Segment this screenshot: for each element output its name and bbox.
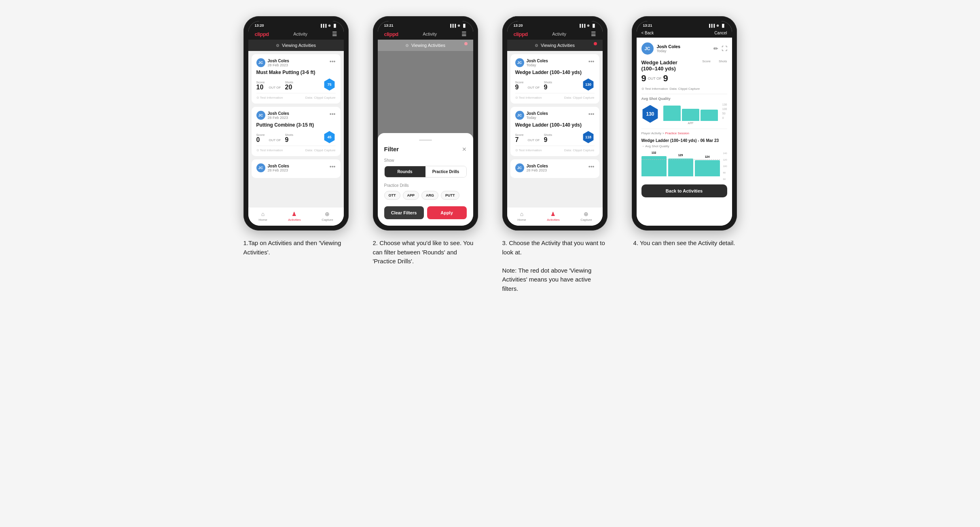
description-3: 3. Choose the Activity that you want to … [502,239,607,293]
modal-handle [419,140,432,141]
detail-user-name: Josh Coles [657,44,681,49]
nav-title-1: Activity [293,32,307,36]
stats-row-1-2: Score 0 OUT OF Shots 9 45 [256,131,336,143]
score-col-label: Score [702,59,711,63]
bar-label-2: 129 [678,154,683,157]
more-dots-3-1[interactable]: ••• [588,58,595,65]
phone-notch-3 [539,21,571,30]
drill-name-1-2: Putting Combine (3-15 ft) [256,122,336,128]
modal-close[interactable]: ✕ [462,146,467,152]
session-drill-title: Wedge Ladder (100–140 yds) - 06 Mar 23 [641,138,727,143]
user-date-3-1: Today [527,63,548,67]
score-group-3-1: Score 9 [515,80,524,91]
card-user-3-2: JC Josh Coles Today [515,111,548,120]
banner-text-3: Viewing Activities [541,43,575,48]
chip-arg[interactable]: ARG [421,191,438,200]
score-shots-labels: Score Shots [702,59,727,63]
user-name-3-3: Josh Coles [527,164,548,168]
quality-badge-3-1: 130 [582,78,595,91]
gear-icon-2: ⚙ [405,43,409,48]
footer-left-3-2: ⊙ Test Information [515,148,542,152]
quality-badge-1-1: 75 [324,78,336,91]
logo-3: clippd [514,31,528,37]
phone-notch-2 [409,21,442,30]
more-dots-3-3[interactable]: ••• [588,163,595,170]
viewing-banner-1[interactable]: ⚙ Viewing Activities [248,40,344,51]
card-user-1-3: JC Josh Coles 28 Feb 2023 [256,163,289,172]
gear-icon-1: ⚙ [276,43,279,48]
back-activities-btn[interactable]: Back to Activities [641,184,727,197]
more-dots-1-2[interactable]: ••• [330,111,336,117]
viewing-banner-3[interactable]: ⚙ Viewing Activities [507,40,603,51]
activities-label-1: Activities [288,218,301,222]
back-btn-nav[interactable]: < Back [641,31,654,35]
more-dots-1-1[interactable]: ••• [330,58,336,65]
user-date-1-3: 28 Feb 2023 [268,168,289,172]
activities-icon-1: ♟ [292,211,297,217]
detail-out-of: OUT OF [648,76,662,80]
rounds-btn[interactable]: Rounds [385,166,425,177]
chip-ott[interactable]: OTT [384,191,400,200]
phone-section-1: 13:20 ▐▐▐ ⊛ ▐▌ clippd Activity ☰ ⚙ Vie [237,16,355,257]
nav-home-3[interactable]: ⌂ Home [517,211,526,222]
nav-home-1[interactable]: ⌂ Home [258,211,267,222]
activity-card-3-3[interactable]: JC Josh Coles 28 Feb 2023 ••• [510,159,599,178]
nav-bar-1: clippd Activity ☰ [248,28,344,40]
apply-btn[interactable]: Apply [427,206,467,219]
card-footer-3-1: ⊙ Test Information Data: Clippd Capture [515,93,595,99]
activity-card-1-3[interactable]: JC Josh Coles 28 Feb 2023 ••• [252,159,341,178]
bar-3 [701,110,718,121]
activity-card-1-2[interactable]: JC Josh Coles 28 Feb 2023 ••• Putting Co… [252,107,341,156]
nav-activities-1[interactable]: ♟ Activities [288,211,301,222]
cancel-btn-nav[interactable]: Cancel [714,31,727,35]
bottom-nav-3: ⌂ Home ♟ Activities ⊕ Capture [507,207,603,226]
user-name-1-1: Josh Coles [268,59,289,63]
user-info-1-3: Josh Coles 28 Feb 2023 [268,164,289,172]
edit-icon[interactable]: ✏ [713,45,718,52]
avatar-3-1: JC [515,58,524,67]
quality-hex-large: 130 [641,105,659,123]
more-dots-3-2[interactable]: ••• [588,111,595,117]
detail-score-row: 9 OUT OF 9 [641,73,727,84]
expand-icon[interactable]: ⛶ [722,45,727,52]
stats-row-3-2: Score 7 OUT OF Shots 9 118 [515,131,595,143]
score-display: 9 OUT OF 9 [641,73,668,84]
shots-val-1-1: 20 [285,84,293,91]
battery-icon-1: ▐▌ [332,24,337,28]
user-info-3-2: Josh Coles Today [527,111,548,120]
menu-icon-3[interactable]: ☰ [591,31,596,37]
score-group-1-1: Score 10 [256,80,265,91]
filter-toggle: Rounds Practice Drills [384,166,467,178]
detail-user-info: Josh Coles Today [657,44,681,53]
nav-capture-3[interactable]: ⊕ Capture [580,211,592,222]
practice-drills-btn[interactable]: Practice Drills [425,166,466,177]
nav-activities-3[interactable]: ♟ Activities [547,211,560,222]
footer-right-3-2: Data: Clippd Capture [564,148,595,152]
clear-filters-btn[interactable]: Clear Filters [384,206,424,219]
chip-putt[interactable]: PUTT [441,191,459,200]
activity-card-3-2[interactable]: JC Josh Coles Today ••• Wedge Ladder (10… [510,107,599,156]
bottom-nav-1: ⌂ Home ♟ Activities ⊕ Capture [248,207,344,226]
time-2: 13:21 [384,23,394,28]
out-of-1-2: OUT OF [269,138,281,142]
card-header-3-1: JC Josh Coles Today ••• [515,58,595,67]
detail-shots-num: 9 [663,73,668,84]
activity-card-3-1[interactable]: JC Josh Coles Today ••• Wedge Ladder (10… [510,54,599,104]
user-name-3-1: Josh Coles [527,59,548,63]
user-date-3-3: 28 Feb 2023 [527,168,548,172]
card-header-1-2: JC Josh Coles 28 Feb 2023 ••• [256,111,336,120]
footer-right-3-1: Data: Clippd Capture [564,96,595,99]
activity-card-1-1[interactable]: JC Josh Coles 28 Feb 2023 ••• Must Make … [252,54,341,104]
user-info-1-2: Josh Coles 28 Feb 2023 [268,111,289,120]
home-label-3: Home [517,218,526,222]
nav-capture-1[interactable]: ⊕ Capture [322,211,333,222]
detail-score-num: 9 [641,73,646,84]
menu-icon-2[interactable]: ☰ [461,31,467,37]
drill-name-3-2: Wedge Ladder (100–140 yds) [515,122,595,128]
card-user-1-2: JC Josh Coles 28 Feb 2023 [256,111,289,120]
chip-app[interactable]: APP [403,191,419,200]
app-label: APP [663,122,718,125]
mini-chart-container: 130 100 50 0 APP [663,103,727,125]
more-dots-1-3[interactable]: ••• [330,163,336,170]
menu-icon-1[interactable]: ☰ [332,31,337,37]
